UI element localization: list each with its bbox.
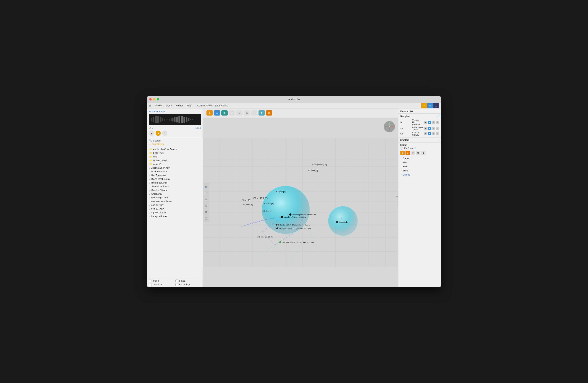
lightning-button[interactable]: ⚡ <box>421 103 427 108</box>
audio-file-8[interactable]: ♪ new sample .wav <box>147 196 203 200</box>
audio-file-4[interactable]: ♪ Blue Break.wav <box>147 181 203 185</box>
menu-visual[interactable]: Visual <box>175 104 184 108</box>
sampler-blue-2[interactable]: ■ <box>428 132 431 135</box>
box-tool-button[interactable]: ▭ <box>214 110 220 116</box>
editor-camera-btn[interactable]: ◙ <box>421 151 426 155</box>
svg-text:Sampler [2]/Blaze Break 2.wav: Sampler [2]/Blaze Break 2.wav <box>292 213 317 216</box>
stop-button[interactable]: ■ <box>156 131 161 136</box>
audio-file-3[interactable]: ♪ Blaze Break 2.wav <box>147 177 203 181</box>
folder-item-old[interactable]: 📁 Old <box>147 155 203 159</box>
file-name: triangle c3 .wav <box>151 215 167 218</box>
download-checkbox[interactable] <box>149 283 151 286</box>
audio-file-10[interactable]: ♪ saw c3 .wav <box>147 203 203 207</box>
fx-item-generic[interactable]: › Generic <box>400 156 439 161</box>
side-icon-add[interactable]: ⊕ <box>204 203 208 208</box>
sampler-gear-1[interactable]: ⚙ <box>436 127 439 130</box>
volume-slider[interactable] <box>397 191 398 214</box>
side-icon-box[interactable]: ⬚ <box>204 216 208 221</box>
side-icon-grid[interactable]: ⋮⋮ <box>204 191 208 195</box>
fx-item-filter[interactable]: › Filter <box>400 161 439 164</box>
sampler-name-1: Blaze Break 2.wav <box>412 126 423 131</box>
fullscreen-button[interactable] <box>157 98 159 101</box>
info-button[interactable]: ℹ <box>162 131 168 136</box>
audio-file-9[interactable]: ♪ new wav sample.wav <box>147 200 203 203</box>
audio-file-2[interactable]: ♪ Bad Break.wav <box>147 174 203 177</box>
recordings-checkbox[interactable] <box>175 283 178 286</box>
editor-loop-btn[interactable]: ∞ <box>411 151 415 155</box>
cube-library-link[interactable]: ← CubeLibrary <box>149 143 201 145</box>
fx-item-echo[interactable]: › Echo <box>400 169 439 173</box>
menu-project[interactable]: Project <box>153 104 164 108</box>
wave-tool-button[interactable]: ≋ <box>221 110 228 116</box>
sampler-gear-2[interactable]: ⚙ <box>436 132 439 135</box>
record-tool-button[interactable]: ⊙ <box>266 110 272 116</box>
editor-play-btn[interactable]: ▶ <box>400 151 405 155</box>
svg-rect-19 <box>190 119 191 120</box>
sampler-trash-0[interactable]: 🗑 <box>432 121 435 124</box>
preview-filename[interactable]: Sine Hit C3.wav <box>149 110 201 113</box>
audio-file-1[interactable]: ♪ Back Break.wav <box>147 170 203 174</box>
waveform-button[interactable]: ≋ <box>427 103 433 108</box>
side-icon-nodes[interactable]: ✦ <box>204 197 208 202</box>
minus-tool-button[interactable]: − <box>251 110 257 116</box>
saves-btn[interactable]: Saves <box>175 280 201 282</box>
sampler-trash-2[interactable]: 🗑 <box>432 132 435 135</box>
fx-zone-row: 🕐 FX Zone: 2 <box>400 147 439 150</box>
grid-canvas: ⚙Stage Mic [Off] ✳Ticker [0] ✳Ticker [4]… <box>203 118 398 287</box>
svg-rect-4 <box>160 117 162 122</box>
sampler-gear-0[interactable]: ⚙ <box>436 121 439 124</box>
emitters-title: Emitters <box>400 139 409 141</box>
play-button[interactable]: ▶ <box>149 131 154 136</box>
camera-tool-button[interactable]: ◙ <box>258 110 265 116</box>
side-icon-volume[interactable]: 🔊 <box>204 184 208 189</box>
folder-name: acpack1 <box>153 163 162 165</box>
search-row[interactable]: 🔍 Search <box>149 139 201 142</box>
fx-item-chorus[interactable]: › Chorus <box>400 173 439 177</box>
chevron-icon: › <box>401 161 402 163</box>
minimize-button[interactable] <box>153 98 155 101</box>
audio-file-7[interactable]: ♪ Snare.wav <box>147 192 203 196</box>
sampler-play-0[interactable]: ▶ <box>424 121 427 124</box>
folder-item-acbreaks[interactable]: 📁 ac breaks test <box>147 159 203 162</box>
menu-audio[interactable]: Audio <box>165 104 174 108</box>
sliders-tool-button[interactable]: ⫿ <box>229 110 235 116</box>
audio-file-5[interactable]: ♪ Sine Hit - C3.wav <box>147 185 203 188</box>
import-btn[interactable]: Import <box>149 280 174 282</box>
audio-file-0[interactable]: ♪ Atlantis Amen.wav <box>147 166 203 170</box>
editor-record-btn[interactable]: ⏺ <box>416 151 420 155</box>
folder-item-acpack[interactable]: 📁 acpack1 <box>147 162 203 166</box>
folder-item-core[interactable]: 📁 Audiocube Core Sounds <box>147 147 203 151</box>
download-btn[interactable]: Download <box>149 283 174 286</box>
folder-item-field[interactable]: 📁 Field Pack <box>147 151 203 155</box>
audio-file-6[interactable]: ♪ Sine Hit C3.wav <box>147 188 203 192</box>
sampler-name-0: Victoria Line (Binaura <box>412 119 423 125</box>
samplers-minus-icon[interactable]: − <box>436 115 438 118</box>
audio-file-11[interactable]: ♪ sine c3 .wav <box>147 207 203 211</box>
audio-file-12[interactable]: ♪ square c3.wav <box>147 211 203 214</box>
emitters-minus[interactable]: − <box>438 139 439 141</box>
import-checkbox[interactable] <box>149 280 151 282</box>
recordings-btn[interactable]: Recordings <box>175 283 201 286</box>
layout-button[interactable]: ▬ <box>433 103 439 108</box>
fork-tool-button[interactable]: ⑂ <box>236 110 243 116</box>
fx-item-reverb[interactable]: › Reverb <box>400 164 439 169</box>
file-name: Atlantis Amen.wav <box>151 167 170 169</box>
side-icon-curve[interactable]: ↺ <box>204 210 208 214</box>
editor-stop-btn[interactable]: ⊙ <box>405 151 410 155</box>
svg-point-74 <box>276 224 277 225</box>
sampler-play-1[interactable]: ▶ <box>424 127 427 130</box>
close-button[interactable] <box>149 98 152 101</box>
sampler-trash-1[interactable]: 🗑 <box>432 127 435 130</box>
sampler-blue-0[interactable]: ■ <box>428 121 431 124</box>
sampler-blue-1[interactable]: ■ <box>428 127 431 130</box>
emitters-section: Emitters − <box>399 138 441 143</box>
saves-checkbox[interactable] <box>175 280 178 282</box>
svg-rect-13 <box>176 117 178 122</box>
audio-file-13[interactable]: ♪ triangle c3 .wav <box>147 214 203 218</box>
sampler-play-2[interactable]: ▶ <box>424 132 427 135</box>
add-tool-button[interactable]: ⊕ <box>207 110 213 116</box>
chain-tool-button[interactable]: ∞ <box>244 110 250 116</box>
viewport[interactable]: ⚙Stage Mic [Off] ✳Ticker [0] ✳Ticker [4]… <box>203 118 398 287</box>
folder-icon: 📁 <box>149 152 152 154</box>
menu-help[interactable]: Help <box>185 104 193 108</box>
